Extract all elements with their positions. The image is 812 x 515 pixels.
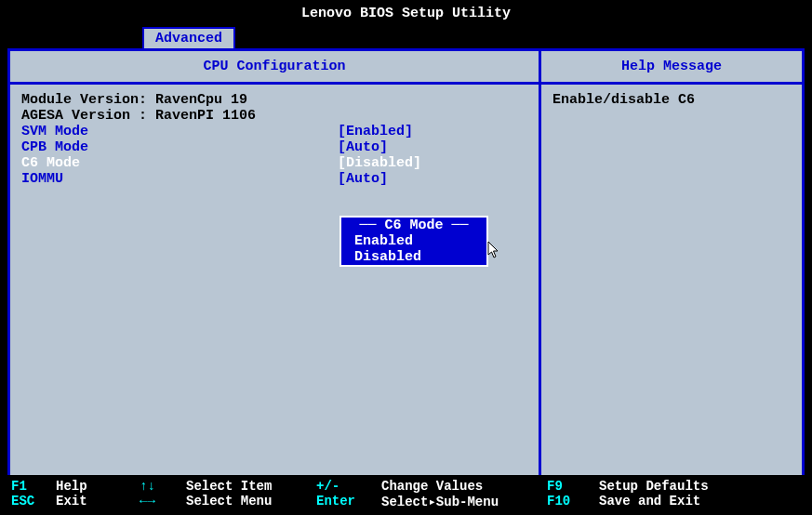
option-svm-label: SVM Mode xyxy=(21,124,338,139)
agesa-version: AGESA Version : RavenPI 1106 xyxy=(21,108,527,124)
right-panel: Help Message Enable/disable C6 xyxy=(541,51,802,487)
module-version: Module Version: RavenCpu 19 xyxy=(21,92,527,108)
label-change-values: Change Values xyxy=(381,479,547,494)
label-select-submenu: Select▸Sub-Menu xyxy=(381,494,547,509)
key-f10: F10 xyxy=(547,494,599,509)
tab-advanced[interactable]: Advanced xyxy=(142,27,235,48)
option-cpb-value: [Auto] xyxy=(338,139,388,155)
main-area: CPU Configuration Module Version: RavenC… xyxy=(7,48,805,490)
label-help: Help xyxy=(56,479,140,494)
popup-option-enabled[interactable]: Enabled xyxy=(341,233,486,249)
label-save-exit: Save and Exit xyxy=(599,494,700,509)
tab-row: Advanced xyxy=(0,27,812,48)
option-c6-value: [Disabled] xyxy=(338,155,421,171)
label-select-menu: Select Menu xyxy=(186,494,316,509)
help-text: Enable/disable C6 xyxy=(541,85,802,115)
option-svm-value: [Enabled] xyxy=(338,124,413,139)
option-iommu-label: IOMMU xyxy=(21,171,338,187)
left-panel: CPU Configuration Module Version: RavenC… xyxy=(10,51,541,487)
key-plusminus: +/- xyxy=(316,479,381,494)
label-exit: Exit xyxy=(56,494,140,509)
option-c6-label: C6 Mode xyxy=(21,155,338,171)
key-esc: ESC xyxy=(11,494,56,509)
page-title: Lenovo BIOS Setup Utility xyxy=(0,0,812,27)
key-f9: F9 xyxy=(547,479,599,494)
popup-option-disabled[interactable]: Disabled xyxy=(341,249,486,265)
left-panel-title: CPU Configuration xyxy=(10,51,539,85)
key-updown: ↑↓ xyxy=(140,479,186,494)
footer-row-2: ESC Exit ←→ Select Menu Enter Select▸Sub… xyxy=(11,494,801,509)
option-svm[interactable]: SVM Mode [Enabled] xyxy=(21,124,527,139)
key-leftright: ←→ xyxy=(140,494,186,509)
footer: F1 Help ↑↓ Select Item +/- Change Values… xyxy=(0,475,812,515)
help-title: Help Message xyxy=(541,51,802,85)
option-iommu-value: [Auto] xyxy=(338,171,388,187)
option-cpb[interactable]: CPB Mode [Auto] xyxy=(21,139,527,155)
popup-c6-mode: C6 Mode Enabled Disabled xyxy=(339,216,488,267)
key-f1: F1 xyxy=(11,479,56,494)
option-c6[interactable]: C6 Mode [Disabled] xyxy=(21,155,527,171)
popup-title: C6 Mode xyxy=(341,218,486,233)
footer-row-1: F1 Help ↑↓ Select Item +/- Change Values… xyxy=(11,479,801,494)
key-enter: Enter xyxy=(316,494,381,509)
option-cpb-label: CPB Mode xyxy=(21,139,338,155)
left-panel-body: Module Version: RavenCpu 19 AGESA Versio… xyxy=(10,85,539,487)
label-setup-defaults: Setup Defaults xyxy=(599,479,709,494)
label-select-item: Select Item xyxy=(186,479,316,494)
option-iommu[interactable]: IOMMU [Auto] xyxy=(21,171,527,187)
